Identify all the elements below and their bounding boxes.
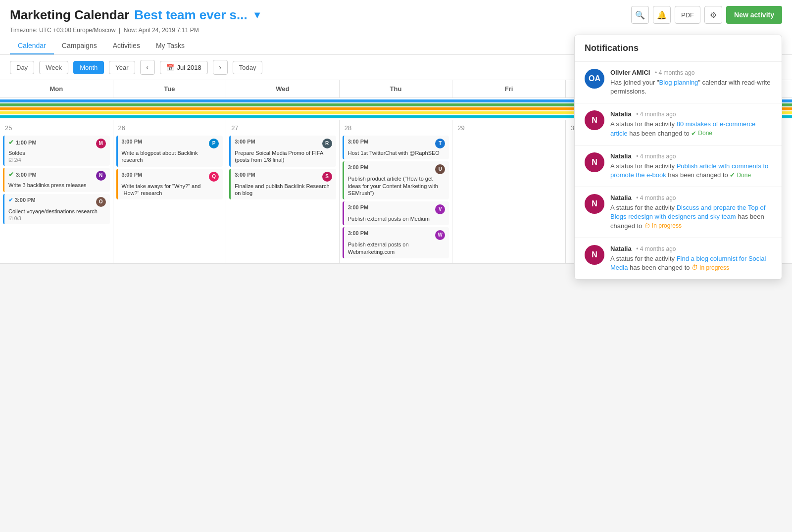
today-button[interactable]: Today <box>233 61 263 74</box>
avatar: R <box>322 139 332 148</box>
timezone-info: Timezone: UTC +03:00 Europe/Moscow | Now… <box>10 27 782 34</box>
notif-time: • 4 months ago <box>636 194 676 201</box>
notif-author: Natalia <box>610 110 632 118</box>
event-title: Write 3 backlinks press releases <box>8 182 106 189</box>
search-button[interactable]: 🔍 <box>631 6 649 24</box>
event-title: Prepare Soical Media Promo of FIFA (post… <box>235 149 332 164</box>
avatar: P <box>209 139 219 148</box>
avatar: V <box>435 204 445 214</box>
event-card[interactable]: 3:00 PM U Publish product article ("How … <box>343 161 449 199</box>
event-time: 3:00 PM <box>348 164 369 170</box>
avatar: N <box>585 152 604 172</box>
notif-time: • 4 months ago <box>636 245 676 252</box>
event-title: Publish external posts on Webmarketing.c… <box>348 241 446 255</box>
tab-campaigns[interactable]: Campaigns <box>54 38 105 54</box>
avatar: N <box>585 245 604 264</box>
event-time: 3:00 PM <box>348 139 369 145</box>
view-week-button[interactable]: Week <box>39 61 68 74</box>
new-activity-button[interactable]: New activity <box>726 6 782 24</box>
event-title: Publish product article ("How to get ide… <box>348 175 446 196</box>
status-badge: ✔ Done <box>691 129 712 138</box>
cal-cell-tue-26: 26 3:00 PM P Write a blogpost about Back… <box>113 120 227 264</box>
event-card[interactable]: 3:00 PM S Finalize and publish Backlink … <box>229 169 336 200</box>
pdf-button[interactable]: PDF <box>675 6 700 24</box>
event-card[interactable]: ✔ 3:00 PM N Write 3 backlinks press rele… <box>3 168 110 192</box>
event-card[interactable]: ✔ 3:00 PM O Collect voyage/destinations … <box>3 194 110 224</box>
app-title: Marketing Calendar <box>10 7 129 23</box>
cal-cell-thu-28: 28 3:00 PM T Host 1st TwitterChat with @… <box>340 120 453 264</box>
event-title: Publish external posts on Medium <box>348 215 446 222</box>
notification-item: N Natalia • 4 months ago A status for th… <box>575 238 782 264</box>
avatar: N <box>585 110 604 130</box>
event-card[interactable]: 3:00 PM V Publish external posts on Medi… <box>343 201 449 225</box>
tab-calendar[interactable]: Calendar <box>10 38 54 54</box>
notification-item: N Natalia • 4 months ago A status for th… <box>575 187 782 238</box>
notification-item: N Natalia • 4 months ago A status for th… <box>575 103 782 145</box>
event-time: 3:00 PM <box>235 172 255 178</box>
status-badge: ⏱ In progress <box>692 263 729 264</box>
cal-cell-fri-29: 29 <box>452 120 566 264</box>
day-header-tue: Tue <box>113 80 227 97</box>
event-time: ✔ 3:00 PM <box>8 197 36 203</box>
notif-link[interactable]: Blog planning <box>659 79 698 86</box>
notification-content: Natalia • 4 months ago A status for the … <box>610 194 772 231</box>
notif-link[interactable]: Discuss and prepare the Top of Blogs red… <box>610 204 765 220</box>
event-card[interactable]: 3:00 PM R Prepare Soical Media Promo of … <box>229 136 336 167</box>
event-card[interactable]: 3:00 PM P Write a blogpost about Backlin… <box>116 136 223 167</box>
notification-content: Olivier AMICI • 4 months ago Has joined … <box>610 69 772 96</box>
event-card[interactable]: 3:00 PM T Host 1st TwitterChat with @Rap… <box>343 136 449 159</box>
notif-text: A status for the activity Publish articl… <box>610 162 772 180</box>
notif-time: • 4 months ago <box>636 111 676 118</box>
notification-content: Natalia • 4 months ago A status for the … <box>610 245 772 264</box>
day-header-mon: Mon <box>0 80 113 97</box>
notif-text: A status for the activity Find a blog co… <box>610 254 772 264</box>
notif-text: A status for the activity Discuss and pr… <box>610 203 772 231</box>
event-time: ✔ 3:00 PM <box>8 171 37 178</box>
view-month-button[interactable]: Month <box>73 61 104 74</box>
event-title: Collect voyage/destinations research <box>8 208 106 215</box>
event-card[interactable]: 3:00 PM Q Write take aways for "Why?" an… <box>116 169 223 200</box>
notif-link[interactable]: Find a blog columnist for Social Media <box>610 255 766 264</box>
cal-date: 26 <box>116 123 223 133</box>
avatar: M <box>96 139 106 148</box>
cal-date: 28 <box>343 123 449 133</box>
event-time: 3:00 PM <box>348 230 369 236</box>
notif-author: Olivier AMICI <box>610 69 650 76</box>
notif-time: • 4 months ago <box>655 69 694 76</box>
next-month-button[interactable]: › <box>213 60 228 75</box>
event-meta: ☑ 0/3 <box>8 216 106 221</box>
avatar: T <box>435 139 445 148</box>
cal-date: 25 <box>3 123 110 133</box>
tab-my-tasks[interactable]: My Tasks <box>148 38 193 54</box>
event-title: Soldes <box>8 149 106 156</box>
tab-activities[interactable]: Activities <box>105 38 148 54</box>
notif-link[interactable]: 80 mistakes of e-commerce article <box>610 120 755 137</box>
prev-month-button[interactable]: ‹ <box>140 60 155 75</box>
notification-item: OA Olivier AMICI • 4 months ago Has join… <box>575 62 782 103</box>
notification-content: Natalia • 4 months ago A status for the … <box>610 152 772 180</box>
notifications-button[interactable]: 🔔 <box>653 6 671 24</box>
avatar: U <box>435 164 445 174</box>
cal-cell-mon-25: 25 ✔ 1:00 PM M Soldes ☑ 2/4 ✔ 3:00 PM N <box>0 120 113 264</box>
team-name: Best team ever s... <box>134 7 247 23</box>
event-time: 3:00 PM <box>122 172 143 178</box>
settings-button[interactable]: ⚙ <box>704 6 722 24</box>
avatar: Q <box>209 172 219 182</box>
notif-author: Natalia <box>610 152 632 160</box>
cal-cell-wed-27: 27 3:00 PM R Prepare Soical Media Promo … <box>226 120 340 264</box>
team-dropdown-icon[interactable]: ▼ <box>252 9 262 21</box>
view-year-button[interactable]: Year <box>109 61 135 74</box>
avatar: S <box>322 172 332 182</box>
current-month-label[interactable]: 📅 Jul 2018 <box>160 61 208 74</box>
notification-item: N Natalia • 4 months ago A status for th… <box>575 145 782 187</box>
event-title: Write a blogpost about Backlink research <box>122 149 219 164</box>
day-header-fri: Fri <box>452 80 566 97</box>
event-card[interactable]: 3:00 PM W Publish external posts on Webm… <box>343 227 449 258</box>
notif-text: Has joined your "Blog planning" calendar… <box>610 78 772 96</box>
day-header-thu: Thu <box>340 80 453 97</box>
day-header-wed: Wed <box>226 80 340 97</box>
view-day-button[interactable]: Day <box>10 61 34 74</box>
avatar: OA <box>585 69 604 89</box>
cal-date: 27 <box>229 123 336 133</box>
event-card[interactable]: ✔ 1:00 PM M Soldes ☑ 2/4 <box>3 136 110 166</box>
